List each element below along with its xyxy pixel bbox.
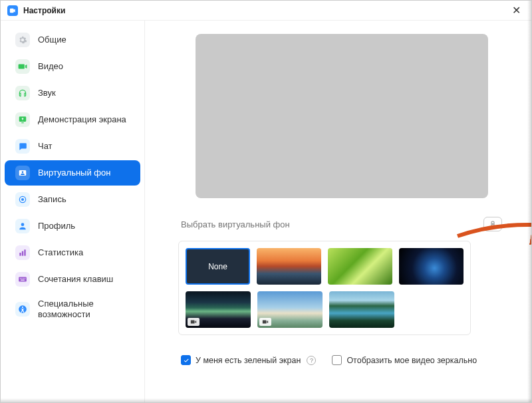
- background-grid: None: [178, 241, 471, 335]
- video-badge-icon: [259, 318, 271, 326]
- sidebar-item-label: Сочетания клавиш: [38, 274, 113, 285]
- mirror-checkbox[interactable]: Отобразить мое видео зеркально: [332, 355, 477, 365]
- window-title: Настройки: [23, 6, 65, 15]
- sidebar-item-label: Общие: [38, 35, 66, 45]
- statistics-icon: [15, 245, 30, 260]
- svg-point-5: [21, 223, 25, 226]
- sidebar-item-audio[interactable]: Звук: [5, 80, 140, 106]
- profile-icon: [15, 219, 30, 233]
- svg-rect-6: [19, 253, 21, 256]
- svg-rect-13: [25, 278, 25, 279]
- sidebar-item-screenshare[interactable]: Демонстрация экрана: [5, 107, 140, 132]
- svg-point-2: [22, 172, 24, 174]
- app-icon: [7, 5, 18, 16]
- sidebar-item-label: Статистика: [38, 247, 83, 258]
- svg-rect-11: [21, 278, 22, 279]
- sidebar-item-general[interactable]: Общие: [5, 27, 140, 53]
- section-title: Выбрать виртуальный фон: [181, 219, 290, 229]
- help-icon[interactable]: ?: [307, 356, 316, 365]
- sidebar-item-label: Виртуальный фон: [38, 168, 110, 178]
- keyboard-icon: [15, 272, 30, 287]
- gear-icon: [15, 33, 30, 47]
- add-background-button[interactable]: [483, 217, 502, 231]
- video-icon: [15, 59, 30, 74]
- titlebar-left: Настройки: [7, 5, 65, 16]
- sidebar-item-label: Звук: [38, 88, 56, 98]
- sidebar-item-statistics[interactable]: Статистика: [5, 240, 140, 265]
- green-screen-label: У меня есть зеленый экран: [196, 356, 301, 365]
- sidebar-item-label: Демонстрация экрана: [38, 114, 126, 125]
- bg-option-grass[interactable]: [328, 248, 392, 285]
- none-label: None: [208, 262, 227, 271]
- svg-rect-8: [24, 249, 25, 255]
- sidebar-item-virtual-bg[interactable]: Виртуальный фон: [5, 160, 140, 186]
- bg-option-aurora[interactable]: [186, 291, 251, 328]
- bg-option-earth[interactable]: [399, 248, 464, 285]
- bg-option-jungle[interactable]: [329, 291, 394, 328]
- record-icon: [15, 192, 30, 207]
- titlebar: Настройки ✕: [1, 1, 531, 21]
- bg-option-beach[interactable]: [257, 291, 323, 328]
- sidebar-item-label: Видео: [38, 61, 63, 72]
- sidebar-item-profile[interactable]: Профиль: [5, 213, 140, 239]
- sidebar-item-shortcuts[interactable]: Сочетания клавиш: [5, 267, 140, 292]
- accessibility-icon: [15, 302, 30, 317]
- sidebar: Общие Видео Звук Демонстрация экрана Чат: [1, 21, 145, 402]
- bg-option-none[interactable]: None: [186, 248, 250, 285]
- sidebar-item-label: Профиль: [38, 221, 75, 231]
- svg-rect-9: [19, 277, 27, 282]
- svg-point-4: [21, 198, 24, 201]
- checkbox-unchecked-icon: [332, 355, 342, 365]
- svg-rect-12: [23, 278, 24, 279]
- svg-rect-14: [21, 280, 25, 281]
- content: Выбрать виртуальный фон None: [145, 21, 531, 402]
- video-badge-icon: [188, 318, 200, 326]
- svg-rect-7: [22, 251, 23, 256]
- green-screen-checkbox[interactable]: У меня есть зеленый экран ?: [181, 355, 316, 365]
- sidebar-item-chat[interactable]: Чат: [5, 134, 140, 159]
- sidebar-item-accessibility[interactable]: Специальные возможности: [5, 293, 140, 325]
- svg-rect-10: [20, 278, 21, 279]
- video-preview: [196, 34, 488, 198]
- sidebar-item-recording[interactable]: Запись: [5, 187, 140, 212]
- headphones-icon: [15, 86, 30, 100]
- svg-point-16: [22, 307, 23, 308]
- mirror-label: Отобразить мое видео зеркально: [346, 356, 477, 365]
- bg-option-bridge[interactable]: [257, 248, 321, 285]
- close-button[interactable]: ✕: [508, 3, 525, 18]
- chat-icon: [15, 139, 30, 154]
- screenshare-icon: [15, 112, 30, 127]
- sidebar-item-label: Специальные возможности: [38, 299, 130, 319]
- section-header: Выбрать виртуальный фон: [178, 217, 505, 231]
- virtual-bg-icon: [15, 166, 30, 180]
- sidebar-item-label: Запись: [38, 194, 66, 205]
- checkbox-checked-icon: [181, 355, 191, 365]
- plus-icon: [489, 220, 497, 228]
- options-row: У меня есть зеленый экран ? Отобразить м…: [178, 355, 505, 365]
- sidebar-item-label: Чат: [38, 141, 53, 152]
- main: Общие Видео Звук Демонстрация экрана Чат: [1, 21, 531, 402]
- sidebar-item-video[interactable]: Видео: [5, 54, 140, 79]
